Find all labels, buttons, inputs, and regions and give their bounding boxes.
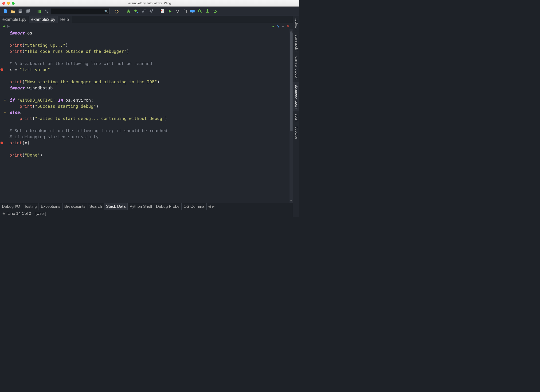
bottom-tab[interactable]: Debug Probe (154, 203, 182, 210)
gutter-line[interactable]: ▽ (0, 109, 8, 116)
bottom-tab[interactable]: OS Comma (182, 203, 207, 210)
bottom-tab[interactable]: Debug I/O (0, 203, 22, 210)
step-into-button[interactable] (181, 8, 189, 15)
gutter-line[interactable] (0, 36, 8, 42)
code-line[interactable]: else: (9, 109, 290, 116)
code-line[interactable]: print("Starting up...") (9, 42, 290, 48)
step-over-button[interactable] (174, 8, 181, 15)
code-line[interactable] (9, 164, 290, 170)
bottom-tabs-nav[interactable]: ◀▶ (207, 203, 216, 210)
code-line[interactable]: print("Success starting debug") (9, 103, 290, 109)
bottom-tab[interactable]: Testing (22, 203, 39, 210)
side-tab[interactable]: Search in Files (293, 54, 299, 82)
gutter-line[interactable] (0, 164, 8, 170)
code-line[interactable]: # A breakpoint on the following line wil… (9, 61, 290, 67)
bookmark-add-button[interactable] (133, 8, 140, 15)
editor-menu-button[interactable]: ⌄ (280, 24, 286, 28)
fold-icon[interactable]: ▽ (4, 99, 6, 102)
bookmark-prev-button[interactable] (140, 8, 147, 15)
minimize-window-button[interactable] (7, 2, 10, 5)
breakpoint-icon[interactable] (0, 142, 3, 144)
gutter-line[interactable] (0, 91, 8, 97)
code-line[interactable]: import wingdbstub (9, 85, 290, 91)
spell-check-button[interactable]: AB (114, 8, 121, 15)
debug-monitor-button[interactable] (189, 8, 196, 15)
run-button[interactable] (166, 8, 173, 15)
code-line[interactable] (9, 146, 290, 152)
gutter-line[interactable] (0, 103, 8, 109)
search-input[interactable] (52, 9, 104, 13)
gutter-line[interactable] (0, 140, 8, 146)
code-area[interactable]: import osprint("Starting up...")print("T… (8, 29, 290, 203)
close-window-button[interactable] (2, 2, 5, 5)
new-file-button[interactable] (2, 8, 9, 15)
indent-guide-button[interactable] (36, 8, 43, 15)
tabs-scroll-left[interactable]: ◀ (208, 204, 211, 209)
scroll-up-button[interactable]: ▲ (290, 29, 293, 32)
gutter-line[interactable] (0, 61, 8, 67)
code-line[interactable]: # if debugging started successfully (9, 134, 290, 140)
close-editor-button[interactable]: ✕ (286, 24, 291, 28)
code-editor[interactable]: ▽▽ import osprint("Starting up...")print… (0, 29, 293, 203)
side-tab[interactable]: Project (293, 16, 299, 32)
nav-back-button[interactable]: ◀ (2, 24, 6, 28)
gutter-line[interactable] (0, 67, 8, 73)
bottom-tab[interactable]: Stack Data (104, 203, 128, 210)
code-line[interactable]: print("Done") (9, 152, 290, 158)
gutter-line[interactable] (0, 128, 8, 134)
gutter-line[interactable] (0, 42, 8, 48)
code-line[interactable] (9, 54, 290, 61)
scroll-down-button[interactable]: ▼ (290, 200, 293, 203)
code-line[interactable] (9, 36, 290, 42)
gutter-line[interactable] (0, 122, 8, 128)
gutter-line[interactable] (0, 158, 8, 164)
tabs-scroll-right[interactable]: ▶ (212, 204, 215, 209)
code-line[interactable] (9, 158, 290, 164)
file-tab[interactable]: example1.py (0, 16, 29, 23)
breakpoint-icon[interactable] (0, 68, 3, 71)
code-line[interactable]: print("This code runs outside of the deb… (9, 48, 290, 54)
gutter-line[interactable] (0, 48, 8, 54)
nav-forward-button[interactable]: ▶ (6, 24, 11, 28)
breakpoint-button[interactable] (159, 8, 166, 15)
gutter-line[interactable] (0, 54, 8, 61)
gutter-line[interactable] (0, 134, 8, 140)
side-tab[interactable]: Uses (293, 111, 299, 124)
gutter-line[interactable] (0, 79, 8, 85)
gutter-line[interactable] (0, 152, 8, 158)
side-tab[interactable]: Open Files (293, 32, 299, 54)
code-line[interactable]: x = "test value" (9, 67, 290, 73)
vertical-scrollbar[interactable]: ▲ ▼ (290, 29, 293, 203)
pin-icon[interactable]: ⚲ (276, 24, 280, 28)
gutter[interactable]: ▽▽ (0, 29, 8, 203)
scroll-thumb[interactable] (290, 32, 293, 131)
download-button[interactable] (204, 8, 211, 15)
side-tab[interactable]: actoring (293, 124, 299, 141)
code-line[interactable]: print("Failed to start debug... continui… (9, 116, 290, 122)
code-line[interactable]: print(x) (9, 140, 290, 146)
bottom-tab[interactable]: Python Shell (128, 203, 154, 210)
refresh-button[interactable] (211, 8, 219, 15)
gutter-line[interactable] (0, 116, 8, 122)
fold-icon[interactable]: ▽ (4, 111, 6, 114)
search-in-files-button[interactable] (196, 8, 204, 15)
code-line[interactable] (9, 122, 290, 128)
bookmark-next-button[interactable] (148, 8, 155, 15)
gutter-line[interactable] (0, 30, 8, 36)
gutter-line[interactable]: ▽ (0, 97, 8, 103)
toolbar-search[interactable]: 🔍 (51, 8, 110, 14)
maximize-window-button[interactable] (12, 2, 15, 5)
bottom-tab[interactable]: Exceptions (39, 203, 62, 210)
file-tab[interactable]: Help (58, 16, 71, 23)
code-line[interactable]: if 'WINGDB_ACTIVE' in os.environ: (9, 97, 290, 103)
bottom-tab[interactable]: Search (87, 203, 104, 210)
save-all-button[interactable] (25, 8, 31, 15)
code-line[interactable]: # Set a breakpoint on the following line… (9, 128, 290, 134)
save-button[interactable] (17, 8, 24, 15)
code-line[interactable] (9, 91, 290, 97)
warnings-indicator-icon[interactable]: ▲ (270, 24, 276, 28)
gutter-line[interactable] (0, 85, 8, 91)
goto-definition-button[interactable] (43, 8, 50, 15)
code-line[interactable] (9, 73, 290, 79)
file-tab[interactable]: example2.py (29, 16, 58, 23)
